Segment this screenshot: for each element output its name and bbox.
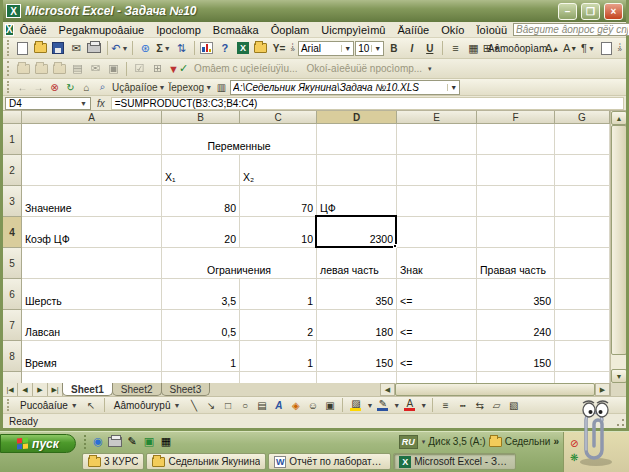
cell-G6[interactable] — [555, 279, 610, 310]
calculator-icon[interactable]: ▦ — [159, 435, 173, 449]
taskbar-button-1[interactable]: Седельник Якунина — [146, 453, 266, 470]
underline-icon[interactable]: U — [421, 40, 438, 57]
cell-B5-value[interactable]: Ограничения — [162, 248, 316, 278]
rectangle-icon[interactable]: □ — [220, 398, 235, 412]
menu-item-3[interactable]: Bcmaâka — [207, 23, 265, 37]
tab-sheet2[interactable]: Sheet2 — [112, 383, 162, 396]
cell-F4[interactable] — [477, 217, 555, 248]
title-bar[interactable]: X Microsoft Excel - Задача №10 – ❐ × — [3, 0, 626, 22]
diagram-icon[interactable]: ◈ — [288, 398, 303, 412]
cell-G9[interactable] — [555, 372, 610, 383]
language-indicator[interactable]: RU — [399, 435, 418, 449]
cell-G8[interactable] — [555, 341, 610, 372]
last-sheet-icon[interactable]: ▶| — [48, 383, 63, 396]
tab-sheet3[interactable]: Sheet3 — [161, 383, 211, 396]
scroll-right-icon[interactable]: ▶ — [595, 383, 610, 396]
cell-E4[interactable] — [397, 217, 477, 248]
cell-C9[interactable] — [240, 372, 317, 383]
show-toolbar-icon[interactable]: ▥ — [214, 80, 229, 94]
cell-A8-value[interactable]: Время — [22, 341, 161, 371]
column-header-D[interactable]: D — [317, 111, 397, 124]
scroll-left-icon[interactable]: ◀ — [380, 383, 395, 396]
cell-E9[interactable] — [397, 372, 477, 383]
column-header-F[interactable]: F — [477, 111, 555, 124]
new-comment-icon[interactable] — [15, 60, 32, 77]
cell-E5-value[interactable]: Знак — [397, 248, 476, 278]
cell-A2[interactable] — [22, 155, 162, 186]
horizontal-scroll-thumb[interactable] — [395, 383, 595, 396]
font-size-combo[interactable]: 10 ▼ — [355, 41, 384, 56]
arrow-icon[interactable]: ↘ — [203, 398, 218, 412]
toolbar-grip[interactable] — [7, 81, 12, 94]
toolbar-grip[interactable] — [7, 61, 12, 76]
flag-icon[interactable]: ▼✓ — [167, 60, 189, 77]
pilcrow-icon[interactable]: ¶▼ — [580, 40, 597, 57]
home-icon[interactable]: ⌂ — [79, 80, 94, 94]
cell-D7-value[interactable]: 180 — [317, 310, 396, 340]
cell-B7-value[interactable]: 0,5 — [162, 310, 239, 340]
autoshapes-menu-button[interactable]: Aâmoôurypû▼ — [110, 400, 185, 411]
search-icon[interactable]: ⌕ — [95, 80, 110, 94]
office-assistant-clippy[interactable] — [569, 398, 619, 468]
cell-G3[interactable] — [555, 186, 610, 217]
refresh-icon[interactable]: ↻ — [63, 80, 78, 94]
help-question-box[interactable]: Bâegume âonpoc gëÿ cnj ▼ — [513, 23, 629, 36]
row-header-2[interactable]: 2 — [3, 155, 22, 186]
stop-icon[interactable]: ⊗ — [47, 80, 62, 94]
menu-item-0[interactable]: Ôàéë — [14, 23, 53, 37]
vertical-scrollbar[interactable]: ▲ ▼ — [610, 111, 626, 383]
window-icon[interactable]: X — [234, 40, 251, 57]
app-icon[interactable]: ▣ — [142, 435, 156, 449]
drawing-menu-button[interactable]: Pucoâaíue▼ — [16, 400, 82, 411]
cell-D8-value[interactable]: 150 — [317, 341, 396, 371]
autosum-icon[interactable]: Σ▼ — [155, 40, 172, 57]
menu-item-4[interactable]: Ôoplam — [265, 23, 316, 37]
column-header-B[interactable]: B — [162, 111, 240, 124]
cell-A1[interactable] — [22, 124, 162, 155]
show-comment-icon[interactable]: ▤ — [69, 60, 86, 77]
folder-icon[interactable] — [252, 40, 269, 57]
row-header-9[interactable]: 9 — [3, 372, 22, 383]
forward-icon[interactable]: → — [31, 80, 46, 94]
go-button[interactable]: Ïepexog▼ — [168, 80, 214, 94]
cell-B6-value[interactable]: 3,5 — [162, 279, 239, 309]
bold-icon[interactable]: B — [385, 40, 402, 57]
cell-B3-value[interactable]: 80 — [162, 186, 239, 216]
autoformat-button[interactable]: Aâmoôopìam... — [501, 40, 543, 57]
cell-F5-value[interactable]: Правая часть — [477, 248, 554, 278]
cell-F9[interactable] — [477, 372, 555, 383]
maximize-button[interactable]: ❐ — [581, 3, 600, 20]
cell-G4[interactable] — [555, 217, 610, 248]
reply-with-changes-label[interactable]: Omâem c uçìeíeíuÿìu... — [190, 63, 301, 74]
sort-ascending-icon[interactable]: ⇅ — [173, 40, 190, 57]
cell-C7-value[interactable]: 2 — [240, 310, 316, 340]
toolbar-grip[interactable] — [7, 399, 12, 412]
vertical-scroll-thumb[interactable] — [611, 125, 626, 355]
column-header-A[interactable]: A — [22, 111, 162, 124]
cell-F6-value[interactable]: 350 — [477, 279, 554, 309]
print-icon[interactable] — [86, 40, 103, 57]
menu-item-7[interactable]: Okío — [435, 23, 470, 37]
line-style-icon[interactable]: ≡ — [438, 398, 453, 412]
cell-A9[interactable] — [22, 372, 162, 383]
cell-A7-value[interactable]: Лавсан — [22, 310, 161, 340]
cell-B4-value[interactable]: 20 — [162, 217, 239, 247]
fx-icon[interactable]: fx — [93, 98, 109, 109]
fill-color-icon[interactable]: ▨ — [348, 398, 363, 412]
row-header-6[interactable]: 6 — [3, 279, 22, 310]
disk-toolbar-label[interactable]: Диск 3,5 (А:) — [428, 436, 485, 447]
folder-toolbar-label[interactable]: Седельни — [505, 436, 551, 447]
first-sheet-icon[interactable]: |◀ — [3, 383, 18, 396]
undo-icon[interactable]: ↶▼ — [111, 40, 128, 57]
merge-center-icon[interactable]: ▦ — [465, 40, 482, 57]
cell-B2-value[interactable]: X₁ — [162, 155, 239, 185]
column-header-C[interactable]: C — [240, 111, 317, 124]
close-button[interactable]: × — [604, 3, 623, 20]
decrease-font-icon[interactable]: A▼ — [562, 40, 579, 57]
align-icon[interactable]: ≡ — [447, 40, 464, 57]
cell-A4-value[interactable]: Коэф ЦФ — [22, 217, 161, 247]
sheet-grid[interactable]: ▲ ▼ ABCDEFG123456789ПеременныеX₁X₂Значен… — [3, 111, 626, 383]
save-icon[interactable] — [50, 40, 67, 57]
style-doc-icon[interactable] — [598, 40, 615, 57]
toolbar-overflow-icon[interactable]: ⁞» — [616, 44, 624, 52]
